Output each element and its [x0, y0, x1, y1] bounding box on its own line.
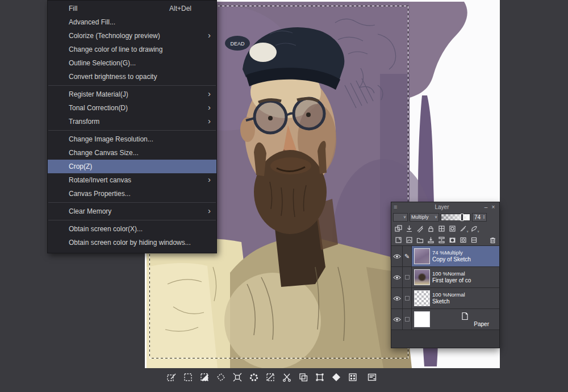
menu-item-fill[interactable]: Fill Alt+Del — [48, 2, 216, 15]
spinner-icons[interactable]: ▲ ▼ — [482, 215, 486, 219]
new-tone-icon[interactable] — [347, 371, 358, 383]
cut-paste-icon[interactable] — [281, 371, 293, 383]
layer-visibility-toggle[interactable] — [391, 246, 403, 266]
layer-blend-info: 100 %Normal — [432, 291, 497, 298]
shrink-selection-icon[interactable] — [248, 371, 260, 383]
menu-item-register-material[interactable]: Register Material(J) › — [48, 87, 216, 101]
reference-layer-icon[interactable]: ∨ — [469, 224, 478, 233]
launcher-settings-icon[interactable] — [366, 371, 378, 383]
chevron-down-icon: ∨ — [403, 215, 406, 219]
layer-row-copy-of-sketch[interactable]: ✎ 74 %Multiply Copy of Sketch — [391, 246, 499, 267]
menu-item-tonal-correction[interactable]: Tonal Correction(D) › — [48, 101, 216, 115]
lock-transparency-icon[interactable] — [437, 224, 446, 233]
layer-blend-info: 74 %Multiply — [432, 249, 497, 256]
panel-close-icon[interactable]: × — [490, 204, 497, 210]
create-layer-mask-icon[interactable] — [448, 236, 457, 244]
layer-row-sketch[interactable]: 100 %Normal Sketch — [391, 288, 499, 309]
layer-name: Copy of Sketch — [432, 256, 497, 263]
layer-toolbar-row-1: ∨ ∨ — [391, 223, 499, 234]
clip-to-layer-icon[interactable] — [394, 224, 403, 233]
layer-name: First layer of co — [432, 277, 497, 284]
new-vector-layer-icon[interactable] — [404, 236, 414, 244]
invert-selection-icon[interactable] — [199, 371, 210, 383]
new-raster-layer-icon[interactable] — [394, 236, 403, 244]
menu-item-change-canvas-size[interactable]: Change Canvas Size... — [48, 146, 216, 160]
edit-menu-dropdown: Fill Alt+Del Advanced Fill... Colorize (… — [47, 0, 217, 253]
opacity-slider-handle[interactable] — [461, 214, 463, 221]
menu-item-obtain-screen-color-hiding[interactable]: Obtain screen color by hiding windows... — [48, 236, 216, 249]
layer-checkbox[interactable] — [405, 275, 410, 280]
layer-checkbox[interactable] — [405, 296, 410, 301]
expand-selection-icon[interactable] — [232, 371, 243, 383]
selection-launcher-bar — [166, 370, 378, 385]
opacity-number-input[interactable]: 74 ▲ ▼ — [472, 213, 487, 222]
layer-name: Sketch — [432, 298, 497, 305]
submenu-arrow-icon: › — [208, 89, 211, 98]
menu-item-transform[interactable]: Transform › — [48, 115, 216, 128]
shortcut-label: Alt+Del — [169, 5, 191, 12]
transfer-to-lower-icon[interactable] — [426, 236, 435, 244]
layer-panel: ≡ Layer – × ∨ Multiply ∨ 74 ▲ ▼ ∨ ∨ — [391, 202, 500, 348]
layer-visibility-toggle[interactable] — [391, 309, 403, 330]
draft-layer-icon[interactable] — [415, 224, 424, 233]
menu-item-obtain-screen-color[interactable]: Obtain screen color(X)... — [48, 222, 216, 236]
layer-visibility-toggle[interactable] — [391, 288, 403, 308]
layer-settings-icon[interactable] — [469, 236, 478, 244]
layer-row-paper[interactable]: Paper — [391, 309, 499, 330]
apply-mask-icon[interactable] — [458, 236, 467, 244]
eye-icon — [393, 254, 401, 259]
menu-item-convert-brightness[interactable]: Convert brightness to opacity — [48, 70, 216, 84]
enable-mask-icon[interactable] — [448, 224, 457, 233]
layer-list: ✎ 74 %Multiply Copy of Sketch 100 %Norma… — [391, 245, 499, 348]
menu-item-colorize[interactable]: Colorize (Technology preview) › — [48, 29, 216, 43]
layer-thumbnail[interactable] — [414, 290, 430, 306]
menu-item-canvas-properties[interactable]: Canvas Properties... — [48, 187, 216, 201]
submenu-arrow-icon: › — [208, 174, 211, 184]
panel-menu-icon[interactable]: ≡ — [394, 203, 402, 210]
menu-item-change-color-of-line[interactable]: Change color of line to drawing — [48, 43, 216, 56]
ruler-icon[interactable]: ∨ — [458, 224, 467, 233]
blend-mode-combo[interactable]: Multiply ∨ — [410, 213, 439, 222]
fill-icon[interactable] — [331, 371, 342, 383]
menu-item-rotate-invert-canvas[interactable]: Rotate/Invert canvas › — [48, 173, 216, 187]
layer-edit-pencil-icon[interactable]: ✎ — [403, 246, 412, 266]
layer-color-combo[interactable]: ∨ — [393, 213, 408, 222]
layer-blend-info: 100 %Normal — [432, 270, 497, 277]
opacity-slider[interactable] — [441, 214, 470, 221]
submenu-arrow-icon: › — [208, 102, 211, 112]
rotate-selection-icon[interactable] — [215, 371, 227, 383]
merge-down-icon[interactable] — [437, 236, 446, 244]
menu-separator — [48, 218, 216, 222]
deselect-icon[interactable] — [265, 371, 276, 383]
layer-visibility-toggle[interactable] — [391, 267, 403, 287]
scale-rotate-icon[interactable] — [314, 371, 325, 383]
layer-panel-titlebar[interactable]: ≡ Layer – × — [391, 202, 499, 211]
layer-checkbox[interactable] — [405, 317, 410, 322]
layer-controls-row: ∨ Multiply ∨ 74 ▲ ▼ — [391, 211, 499, 223]
panel-title: Layer — [402, 204, 482, 210]
spin-down-icon[interactable]: ▼ — [482, 217, 486, 219]
menu-item-crop[interactable]: Crop(Z) — [48, 160, 216, 173]
menu-separator — [48, 84, 216, 87]
layer-thumbnail[interactable] — [414, 311, 430, 327]
menu-item-advanced-fill[interactable]: Advanced Fill... — [48, 15, 216, 29]
panel-minimize-icon[interactable]: – — [482, 204, 490, 210]
menu-item-change-image-resolution[interactable]: Change Image Resolution... — [48, 132, 216, 146]
blend-mode-value: Multiply — [411, 214, 429, 220]
submenu-arrow-icon: › — [208, 116, 211, 126]
transfer-down-icon[interactable] — [404, 224, 414, 233]
layer-row-first-layer-of-color[interactable]: 100 %Normal First layer of co — [391, 267, 499, 288]
menu-separator — [48, 128, 216, 132]
menu-item-clear-memory[interactable]: Clear Memory › — [48, 205, 216, 218]
menu-item-outline-selection[interactable]: Outline Selection(G)... — [48, 56, 216, 70]
layer-thumbnail[interactable] — [414, 269, 430, 285]
eye-icon — [393, 296, 401, 301]
opacity-value: 74 — [473, 214, 482, 220]
reselect-icon[interactable] — [182, 371, 194, 383]
copy-paste-icon[interactable] — [298, 371, 309, 383]
new-folder-icon[interactable] — [415, 236, 424, 244]
delete-layer-icon[interactable] — [488, 236, 497, 244]
select-pen-icon[interactable] — [166, 371, 177, 383]
layer-thumbnail[interactable] — [414, 248, 430, 264]
lock-layer-icon[interactable] — [426, 224, 435, 233]
